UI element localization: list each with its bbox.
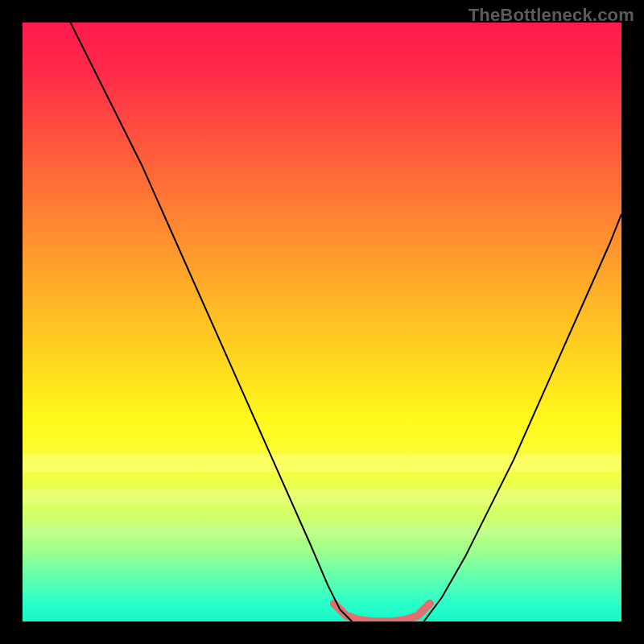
- series-group: [71, 23, 621, 621]
- series-left-curve: [71, 23, 353, 621]
- plot-area: [23, 23, 621, 621]
- series-right-curve: [423, 214, 621, 621]
- chart-svg: [23, 23, 621, 621]
- chart-frame: TheBottleneck.com: [0, 0, 644, 644]
- watermark-text: TheBottleneck.com: [469, 5, 634, 26]
